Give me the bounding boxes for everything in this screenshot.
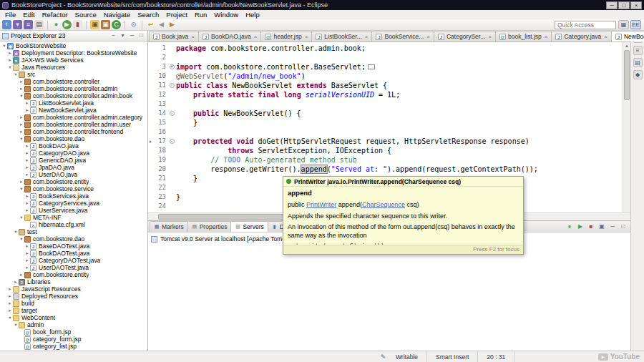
code-line[interactable]: 16: [148, 127, 623, 137]
menu-window[interactable]: Window: [210, 11, 242, 19]
code-line[interactable]: 3+import com.bookstore.controller.BaseSe…: [148, 62, 623, 72]
menu-project[interactable]: Project: [162, 11, 191, 19]
code-line[interactable]: 18 throws ServletException, IOException …: [148, 146, 623, 155]
tree-expander-icon[interactable]: ▾: [13, 71, 19, 78]
tree-item[interactable]: ▸com.bookstore.controller.admin.user: [0, 121, 147, 128]
tree-item[interactable]: ▸JBookDAOTest.java: [0, 250, 147, 257]
menu-help[interactable]: Help: [242, 11, 263, 19]
tree-expander-icon[interactable]: ▾: [19, 92, 24, 99]
code-line[interactable]: 20 response.getWriter().append("Served a…: [148, 165, 623, 174]
tree-expander-icon[interactable]: ▸: [19, 85, 24, 92]
tree-expander-icon[interactable]: ▸: [7, 293, 13, 300]
maximize-panel-icon[interactable]: □: [619, 222, 628, 231]
editor-tab[interactable]: JNewBookServl...×: [611, 31, 644, 41]
tree-expander-icon[interactable]: ▸: [7, 307, 13, 314]
tree-item[interactable]: ▸target: [0, 307, 147, 314]
tree-item[interactable]: ▸JavaScript Resources: [0, 285, 147, 293]
tree-item[interactable]: ▾META-INF: [0, 214, 147, 221]
close-button[interactable]: ×: [630, 1, 642, 9]
new-class-icon[interactable]: C: [112, 20, 121, 29]
snippets-view-icon[interactable]: ◆: [633, 70, 643, 79]
tree-item[interactable]: ▾src: [0, 71, 147, 78]
tree-item[interactable]: @category_list.jsp: [0, 343, 147, 350]
tree-item[interactable]: ▾com.bookstore.controller.admin.book: [0, 92, 147, 99]
maximize-view-icon[interactable]: □: [137, 32, 145, 40]
debug-icon[interactable]: ●: [52, 20, 61, 29]
close-tab-icon[interactable]: ×: [191, 34, 195, 40]
bottom-tab-properties[interactable]: ▤Properties: [187, 221, 232, 232]
editor-tab[interactable]: JBookDAO.java×: [198, 31, 261, 41]
tree-item[interactable]: ▸sJAX-WS Web Services: [0, 57, 147, 64]
line-number[interactable]: 10: [152, 72, 167, 81]
tree-item[interactable]: @category_form.jsp: [0, 336, 147, 343]
tree-expander-icon[interactable]: ▾: [13, 321, 19, 328]
code-line[interactable]: 19 // TODO Auto-generated method stub: [148, 155, 623, 165]
stop-server-icon[interactable]: ■: [587, 222, 595, 231]
fold-toggle-icon[interactable]: -: [167, 81, 176, 90]
tree-expander-icon[interactable]: ▸: [7, 285, 13, 293]
line-number[interactable]: 22: [152, 183, 167, 192]
line-number[interactable]: 21: [152, 174, 167, 183]
menu-file[interactable]: File: [1, 11, 19, 19]
tree-item[interactable]: ▸JListBookServlet.java: [0, 99, 147, 107]
close-tab-icon[interactable]: ×: [426, 34, 430, 40]
tree-expander-icon[interactable]: ▾: [7, 314, 13, 321]
tree-item[interactable]: ▾◆BookStoreWebsite: [0, 42, 147, 49]
tree-item[interactable]: ▸JUserServices.java: [0, 207, 147, 214]
minimize-button[interactable]: ─: [606, 1, 618, 9]
tree-item[interactable]: ▾Java Resources: [0, 64, 147, 71]
tree-item[interactable]: ▸JUserDAO.java: [0, 171, 147, 178]
minimize-panel-icon[interactable]: ─: [608, 222, 617, 231]
code-line[interactable]: ▲17- protected void doGet(HttpServletReq…: [148, 137, 623, 146]
line-number[interactable]: 19: [152, 155, 167, 165]
tree-item[interactable]: ▾admin: [0, 321, 147, 328]
tree-expander-icon[interactable]: ▸: [19, 128, 24, 135]
tree-expander-icon[interactable]: ▸: [19, 271, 24, 278]
tree-item[interactable]: ▸com.bookstore.entity: [0, 178, 147, 185]
fold-toggle-icon[interactable]: -: [167, 137, 176, 146]
fold-toggle-icon[interactable]: +: [167, 62, 176, 72]
code-line[interactable]: 10@WebServlet("/admin/new_book"): [148, 72, 623, 81]
editor-tab[interactable]: JBook.java×: [149, 31, 199, 41]
tree-item[interactable]: ▸JBookDAO.java: [0, 142, 147, 150]
tree-expander-icon[interactable]: ▸: [24, 243, 30, 250]
line-number[interactable]: 11: [152, 81, 167, 90]
code-line[interactable]: 12 private static final long serialVersi…: [148, 90, 623, 99]
close-tab-icon[interactable]: ×: [604, 34, 608, 40]
tree-item[interactable]: ▸Deployed Resources: [0, 293, 147, 300]
tree-expander-icon[interactable]: ▸: [24, 107, 30, 114]
tree-expander-icon[interactable]: ▸: [7, 300, 13, 307]
tree-item[interactable]: ▾test: [0, 228, 147, 235]
tree-item[interactable]: xhibernate.cfg.xml: [0, 221, 147, 228]
tree-expander-icon[interactable]: ▸: [24, 250, 30, 257]
tree-item[interactable]: ▸com.bookstore.entity: [0, 271, 147, 278]
bottom-tab-servers[interactable]: ▥Servers: [230, 221, 268, 232]
tree-item[interactable]: ▸com.bookstore.controller.admin.category: [0, 114, 147, 121]
close-tab-icon[interactable]: ×: [254, 34, 258, 40]
tree-item[interactable]: ▸JBookServices.java: [0, 192, 147, 200]
line-number[interactable]: 20: [152, 165, 167, 174]
line-number[interactable]: 1: [152, 44, 167, 53]
tree-expander-icon[interactable]: ▸: [19, 114, 24, 121]
tree-item[interactable]: ▸≡Libraries: [0, 278, 147, 285]
menu-source[interactable]: Source: [72, 11, 100, 19]
tree-expander-icon[interactable]: ▸: [24, 150, 30, 157]
tree-expander-icon[interactable]: ▸: [24, 200, 30, 207]
tree-item[interactable]: ▾WebContent: [0, 314, 147, 321]
line-number[interactable]: 12: [152, 90, 167, 99]
tree-expander-icon[interactable]: ▸: [24, 257, 30, 264]
code-line[interactable]: 15 }: [148, 118, 623, 127]
tree-item[interactable]: ▸JUserDAOTest.java: [0, 264, 147, 271]
menu-navigate[interactable]: Navigate: [100, 11, 135, 19]
new-wizard-icon[interactable]: +: [2, 20, 11, 29]
tree-expander-icon[interactable]: ▸: [19, 178, 24, 185]
run-icon[interactable]: ▶: [62, 20, 72, 29]
editor-tab[interactable]: @book_list.jsp×: [495, 31, 552, 41]
new-java-project-icon[interactable]: ▣: [90, 20, 99, 29]
tree-expander-icon[interactable]: ▸: [24, 142, 30, 150]
collapse-all-icon[interactable]: −: [109, 32, 117, 40]
editor-tab[interactable]: JBookService...×: [371, 31, 434, 41]
line-number[interactable]: 23: [152, 192, 167, 202]
tree-expander-icon[interactable]: ▸: [7, 57, 13, 64]
line-number[interactable]: 24: [152, 202, 167, 211]
